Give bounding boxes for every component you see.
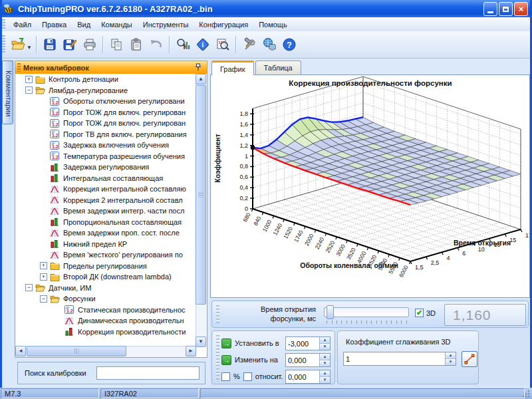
tree-item[interactable]: Задержка регулирования [15,162,196,173]
smoothing-input[interactable] [344,352,445,365]
surface-chart[interactable]: 00,20,40,60,811,21,41,61,868084010001240… [211,75,529,297]
tree-item-label[interactable]: Динамическая производительн [78,317,184,325]
save-edit-button[interactable] [60,35,80,55]
tree-horizontal-scrollbar[interactable]: ◄ ► [15,346,196,357]
save-file-button[interactable] [40,35,60,55]
tree-item-label[interactable]: Порог ТВ для включ. регулирования [63,130,187,138]
open-dropdown-arrow[interactable]: ▼ [27,45,32,51]
tree-item-label[interactable]: Второй ДК (downstream lambda) [63,273,172,281]
tree-item-label[interactable]: Температура разрешения обучения [63,152,185,160]
group-grip[interactable] [216,335,219,380]
menu-item-4[interactable]: Инструменты [138,19,194,31]
set-value-input[interactable] [286,337,319,350]
minimize-button[interactable] [483,2,497,16]
expand-icon[interactable]: + [40,273,47,281]
help-button[interactable]: ? [279,35,299,55]
menu-item-1[interactable]: Правка [37,19,72,31]
relative-value-input[interactable] [286,370,319,383]
scroll-thumb[interactable] [196,85,206,305]
checkbox-3d[interactable]: ✔ [415,309,424,317]
scroll-thumb-h[interactable] [27,346,126,356]
maximize-button[interactable] [499,2,513,16]
tab-table[interactable]: Таблица [255,61,301,74]
tree-item[interactable]: +Второй ДК (downstream lambda) [15,271,196,283]
tree-item[interactable]: 1.2Порог ТОЖ для включ. регулирован [15,107,196,118]
tree-item-label[interactable]: Нижний предел КР [63,240,127,248]
tree-item[interactable]: Время задержки интегр. части посл [15,205,196,217]
tree-item[interactable]: −Датчики, ИМ [15,283,196,294]
scroll-down-button[interactable]: ▼ [196,336,206,347]
spin-arrows[interactable]: ▲▼ [445,352,456,365]
tree-item-label[interactable]: Коррекция интегральной составляю [63,185,186,193]
expand-icon[interactable]: + [40,262,47,269]
checkbox-relative[interactable] [243,372,252,381]
zoom-values-button[interactable]: 110 [213,35,233,55]
tree-item-label[interactable]: Время 'жесткого' регулирования по [63,251,183,259]
tree-item-label[interactable]: Коррекция 2 интегральной составл [63,196,183,204]
tree-item-label[interactable]: Время задержки интегр. части посл [63,207,184,215]
tree-item[interactable]: 1.2Порог ТОЖ для включ. регулирован [15,118,196,129]
copy-button[interactable] [106,35,126,55]
spin-arrows[interactable]: ▲▼ [319,337,330,350]
tree-item[interactable]: Динамическая производительн [15,315,196,327]
tree-item-label[interactable]: Коррекция производительности [78,328,186,336]
toolbar-grip[interactable] [2,35,5,54]
open-file-button[interactable] [8,35,28,55]
tree-item[interactable]: +Контроль детонации [15,74,196,85]
tree-item[interactable]: Нижний предел КР [15,239,196,250]
tree-item-label[interactable]: Пределы регулирования [63,262,147,270]
resize-grip[interactable] [523,390,529,397]
menu-item-3[interactable]: Команды [96,19,138,31]
tree-item-label[interactable]: Пропорциональная составляющая [63,218,182,226]
tree-item[interactable]: Пропорциональная составляющая [15,217,196,228]
tree-item-label[interactable]: Статическая производительнос [78,306,186,314]
tree-item[interactable]: 1.2Температура разрешения обучения [15,151,196,162]
tree-item[interactable]: Время 'жесткого' регулирования по [15,249,196,261]
tree-item-label[interactable]: Датчики, ИМ [49,284,91,292]
tree-item[interactable]: 1.2Обороты отключения регулировани [15,96,196,107]
collapse-icon[interactable]: − [40,295,47,303]
tree-item-label[interactable]: Время задержки проп. сост. после [63,229,180,237]
zoom-chart-button[interactable] [173,35,193,55]
info-button[interactable]: i [193,35,213,55]
tree-item[interactable]: −Лямбда-регулирование [15,85,196,96]
expand-icon[interactable]: + [25,76,33,83]
spin-arrows[interactable]: ▲▼ [319,370,330,383]
paste-button[interactable] [126,35,146,55]
web-button[interactable] [259,35,279,55]
tree-item-label[interactable]: Форсунки [63,295,96,303]
tree-item[interactable]: Коррекция производительности [15,327,196,338]
search-input[interactable] [96,366,200,380]
tree-item[interactable]: 1.2Задержка включения обучения [15,140,196,151]
apply-set-button[interactable]: → [221,338,231,348]
undo-button[interactable] [146,35,166,55]
collapse-icon[interactable]: − [25,86,33,94]
tree-item[interactable]: Коррекция интегральной составляю [15,184,196,195]
print-button[interactable] [80,35,100,55]
opening-time-slider[interactable] [324,307,409,317]
menubar-grip[interactable] [2,19,5,29]
tree-item-label[interactable]: Порог ТОЖ для включ. регулирован [63,108,186,116]
slider-thumb[interactable] [327,305,334,319]
apply-change-button[interactable]: → [221,355,231,365]
tree-item-label[interactable]: Контроль детонации [49,75,118,83]
tree-item-label[interactable]: Лямбда-регулирование [49,86,128,94]
tools-button[interactable] [239,35,259,55]
tree-item-label[interactable]: Интегральная составляющая [63,174,163,182]
tree-item[interactable]: 1.2Статическая производительнос [15,305,196,316]
scroll-up-button[interactable]: ▲ [196,74,206,84]
pin-icon[interactable] [195,63,201,72]
menu-item-2[interactable]: Вид [72,19,96,31]
tree-item-label[interactable]: Задержка регулирования [63,163,149,171]
collapse-icon[interactable]: − [25,284,33,291]
tree-item-label[interactable]: Задержка включения обучения [63,141,169,149]
tab-graph[interactable]: График [211,61,254,75]
tree-item[interactable]: Интегральная составляющая [15,173,196,184]
comments-tab[interactable]: Комментарии [2,61,13,124]
scroll-right-button[interactable]: ► [186,346,196,356]
tree-item[interactable]: 1.2Порог ТВ для включ. регулирования [15,129,196,140]
panel-grip[interactable] [17,63,21,72]
checkbox-percent[interactable] [221,372,230,381]
tree-vertical-scrollbar[interactable]: ▲ ▼ [196,74,207,347]
change-value-input[interactable] [286,354,319,366]
